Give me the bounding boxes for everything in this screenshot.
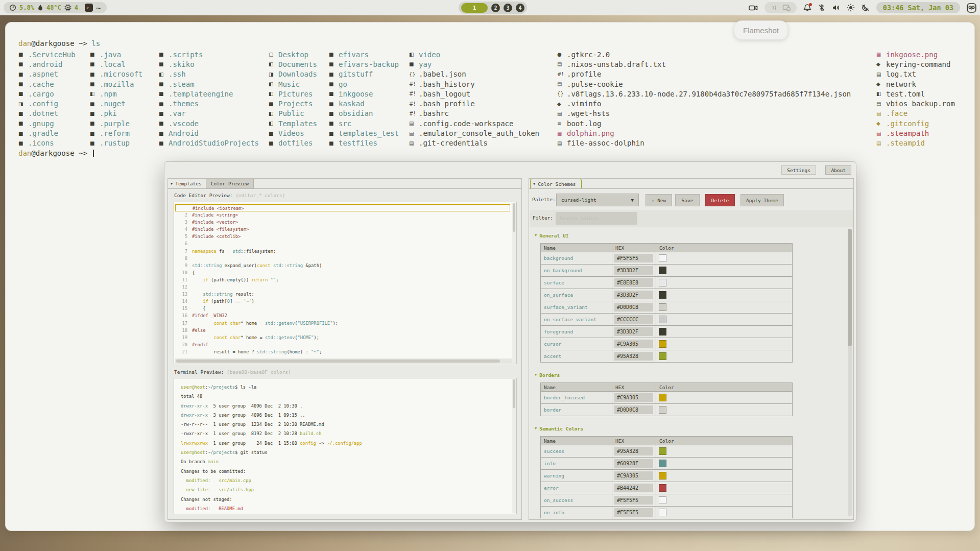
about-button[interactable]: About — [825, 165, 851, 175]
workspace-2[interactable]: 2 — [491, 4, 500, 12]
palette-select[interactable]: cursed-light ▼ — [556, 194, 639, 206]
terminal-preview[interactable]: user@host:~/projects$ ls -latotal 48drwx… — [174, 378, 517, 514]
color-swatch[interactable] — [659, 496, 666, 504]
workspace-4[interactable]: 4 — [516, 4, 524, 12]
volume-icon[interactable] — [832, 4, 840, 11]
color-swatch[interactable] — [659, 484, 666, 492]
hex-input[interactable]: #C9A305 — [614, 340, 653, 348]
collapse-icon[interactable]: ▼ — [171, 182, 173, 186]
ls-column: ■.ServiceHub■.android■.aspnet■.cache■.ca… — [18, 50, 76, 148]
color-swatch[interactable] — [659, 316, 666, 323]
hex-input[interactable]: #CCCCCC — [614, 315, 653, 324]
color-swatch[interactable] — [659, 447, 666, 455]
file-entry: ■.mozilla — [90, 79, 142, 89]
section-header[interactable]: ▼Semantic Colors — [532, 425, 846, 432]
color-row[interactable]: surface#E8E8E8 — [541, 277, 792, 289]
hex-input[interactable]: #C9A305 — [614, 471, 653, 480]
color-swatch[interactable] — [659, 254, 666, 262]
settings-button[interactable]: Settings — [781, 165, 816, 175]
file-entry: ▤.steampid — [876, 138, 955, 148]
scrollbar-thumb[interactable] — [513, 203, 515, 232]
file-entry: ▤file-assoc-dolphin — [557, 138, 851, 148]
apply-theme-button[interactable]: Apply Theme — [740, 194, 784, 206]
delete-button[interactable]: Delete — [705, 194, 735, 206]
hex-input[interactable]: #D0D0C8 — [614, 405, 653, 414]
color-swatch[interactable] — [659, 328, 666, 336]
panel-scrollbar[interactable] — [848, 229, 852, 516]
hex-input[interactable]: #F5F5F5 — [614, 508, 653, 517]
section-header[interactable]: ▼General UI — [532, 232, 846, 239]
color-row[interactable]: foreground#3D3D2F — [541, 326, 792, 338]
color-row[interactable]: background#F5F5F5 — [541, 252, 792, 265]
shell-prompt-line[interactable]: dan@darkgoose ~> — [18, 149, 94, 158]
color-swatch[interactable] — [659, 472, 666, 480]
color-swatch[interactable] — [659, 340, 666, 348]
color-row[interactable]: error#B44242 — [541, 482, 792, 494]
color-swatch[interactable] — [659, 406, 666, 414]
editor-vertical-scrollbar[interactable] — [512, 203, 516, 363]
tab-color-preview[interactable]: Color Preview — [206, 179, 254, 188]
brightness-sun-icon[interactable] — [847, 4, 855, 12]
clock[interactable]: 03:46 Sat, Jan 03 — [876, 2, 960, 13]
night-light-off-icon[interactable] — [862, 4, 870, 12]
save-button[interactable]: Save — [675, 194, 700, 206]
hex-input[interactable]: #60928F — [614, 459, 653, 468]
terminal-vertical-scrollbar[interactable] — [512, 379, 516, 513]
hex-input[interactable]: #3D3D2F — [614, 327, 653, 336]
app-launcher-pill[interactable]: >_ ~ — [79, 2, 107, 13]
color-swatch[interactable] — [659, 509, 666, 516]
color-row[interactable]: surface_variant#D0D0C8 — [541, 301, 792, 314]
scrollbar-thumb[interactable] — [176, 360, 500, 363]
hex-input[interactable]: #3D3D2F — [614, 291, 653, 299]
inactive-indicators-pill[interactable] — [764, 2, 797, 13]
terminal-token: Changes to be committed: — [181, 469, 246, 474]
filter-input[interactable] — [556, 212, 637, 225]
screen-record-icon[interactable] — [749, 4, 758, 12]
color-swatch[interactable] — [659, 279, 666, 286]
hex-input[interactable]: #F5F5F5 — [614, 254, 653, 262]
color-row[interactable]: cursor#C9A305 — [541, 338, 792, 350]
new-palette-button[interactable]: + New — [646, 194, 672, 206]
file-name: .cargo — [28, 90, 54, 98]
color-row[interactable]: success#95A328 — [541, 445, 792, 458]
code-editor-preview[interactable]: #include <iostream>2#include <string>3#i… — [174, 202, 517, 364]
color-row[interactable]: on_background#3D3D2F — [541, 265, 792, 277]
workspace-1[interactable]: 1 — [461, 3, 488, 13]
color-row[interactable]: on_surface#3D3D2F — [541, 289, 792, 301]
color-swatch[interactable] — [659, 267, 666, 274]
hex-input[interactable]: #B44242 — [614, 484, 653, 492]
hex-input[interactable]: #95A328 — [614, 447, 653, 456]
color-swatch[interactable] — [659, 352, 666, 360]
color-row[interactable]: on_info#F5F5F5 — [541, 507, 792, 518]
hex-input[interactable]: #95A328 — [614, 352, 653, 361]
hex-input[interactable]: #3D3D2F — [614, 266, 653, 275]
hex-input[interactable]: #E8E8E8 — [614, 278, 653, 287]
scrollbar-thumb[interactable] — [848, 229, 852, 346]
color-row[interactable]: accent#95A328 — [541, 350, 792, 362]
editor-horizontal-scrollbar[interactable] — [175, 358, 512, 363]
hex-input[interactable]: #C9A305 — [614, 393, 653, 402]
power-owl-icon[interactable] — [967, 3, 976, 13]
color-swatch[interactable] — [659, 291, 666, 299]
color-row[interactable]: border#D0D0C8 — [541, 404, 792, 416]
section-header[interactable]: ▼Borders — [532, 371, 846, 378]
notifications-bell[interactable] — [803, 4, 811, 12]
hex-input[interactable]: #D0D0C8 — [614, 303, 653, 312]
color-swatch[interactable] — [659, 303, 666, 311]
tab-color-schemes[interactable]: ▼ Color Schemes — [530, 179, 582, 188]
color-row[interactable]: on_success#F5F5F5 — [541, 494, 792, 507]
code-line: 13 std::string result; — [175, 291, 510, 298]
color-swatch[interactable] — [659, 460, 666, 467]
color-swatch[interactable] — [659, 394, 666, 401]
color-row[interactable]: warning#C9A305 — [541, 470, 792, 482]
color-row[interactable]: border_focused#C9A305 — [541, 392, 792, 404]
hex-input[interactable]: #F5F5F5 — [614, 496, 653, 505]
scrollbar-thumb[interactable] — [513, 379, 515, 408]
file-entry: ▦dolphin.png — [557, 128, 851, 138]
bluetooth-off-icon[interactable] — [818, 4, 825, 12]
tab-templates[interactable]: Templates — [175, 181, 201, 186]
color-row[interactable]: info#60928F — [541, 458, 792, 470]
file-icon: ◆ — [876, 61, 886, 67]
workspace-3[interactable]: 3 — [504, 4, 512, 12]
color-row[interactable]: on_surface_variant#CCCCCC — [541, 314, 792, 326]
